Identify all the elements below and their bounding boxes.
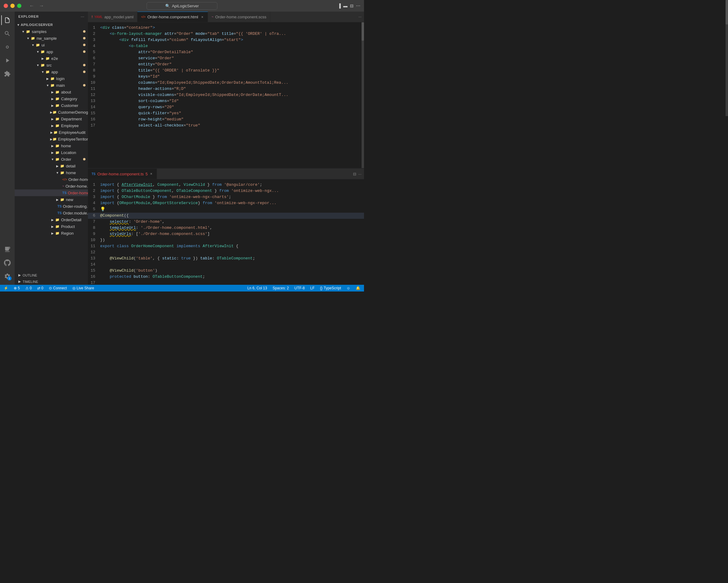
tree-app[interactable]: ▼ 📁 app — [15, 48, 88, 55]
tree-samples[interactable]: ▼ 📁 samples — [15, 28, 88, 35]
tree-region[interactable]: ▶ 📁 Region — [15, 230, 88, 236]
tree-orderdetail[interactable]: ▶ 📁 OrderDetail — [15, 216, 88, 223]
tree-ui[interactable]: ▼ 📁 ui — [15, 42, 88, 48]
more-tabs-button[interactable]: ··· — [356, 11, 364, 22]
code-content: <div fxFill fxLayout="column" fxLayoutAl… — [100, 37, 358, 43]
ts-code-editor[interactable]: 1 import { AfterViewInit, Component, Vie… — [88, 179, 364, 285]
tab-app-model[interactable]: ! YAML app_model.yaml — [88, 11, 137, 22]
folder-icon: 📁 — [53, 136, 57, 142]
tree-product[interactable]: ▶ 📁 Product — [15, 223, 88, 230]
more-actions-icon[interactable]: ⋯ — [356, 3, 360, 8]
eol-indicator[interactable]: LF — [309, 285, 316, 292]
split-editor-button[interactable]: ⊟ — [353, 172, 356, 176]
tree-label: main — [56, 83, 65, 88]
scrollbar-thumb[interactable] — [362, 22, 364, 41]
tree-department[interactable]: ▶ 📁 Department — [15, 116, 88, 122]
tree-label: nw_sample — [37, 36, 57, 41]
tree-label: Region — [61, 231, 74, 235]
code-content: query-rows="20" — [100, 104, 358, 110]
folder-icon: 📁 — [40, 49, 45, 54]
title-search[interactable]: 🔍 ApiLogicServer — [147, 2, 217, 10]
timeline-section[interactable]: ▶ TIMELINE — [15, 278, 88, 285]
tree-order-detail[interactable]: ▶ 📁 detail — [15, 162, 88, 169]
eol-text: LF — [310, 286, 314, 290]
braces-icon: {} — [320, 286, 322, 290]
tree-main[interactable]: ▼ 📁 main — [15, 82, 88, 88]
activity-extensions[interactable] — [1, 68, 14, 80]
window-title: ApiLogicServer — [172, 4, 199, 8]
tree-order-home-html[interactable]: ▶ </> Order-home.component.ht... — [15, 176, 88, 183]
tree-employeeaudit[interactable]: ▶ 📁 EmployeeAudit — [15, 129, 88, 136]
tree-order-home[interactable]: ▼ 📁 home — [15, 169, 88, 176]
code-line: 5 attr="OrderDetailTable" — [88, 49, 364, 55]
close-button[interactable] — [4, 4, 8, 8]
connect-button[interactable]: ⊙ Connect — [48, 285, 68, 292]
tree-login[interactable]: ▶ 📁 login — [15, 75, 88, 82]
tree-employee[interactable]: ▶ 📁 Employee — [15, 122, 88, 129]
activity-search[interactable] — [1, 27, 14, 40]
spaces-indicator[interactable]: Spaces: 2 — [271, 285, 290, 292]
editor-layout-icon[interactable]: ⊟ — [350, 3, 354, 8]
panel-toggle-icon[interactable]: ▬ — [343, 3, 347, 8]
more-options-button[interactable]: ··· — [81, 14, 84, 19]
activity-source-control[interactable] — [1, 41, 14, 53]
tree-order-home-scss[interactable]: ▶ ~ Order-home.component.sc... — [15, 183, 88, 189]
errors-indicator[interactable]: ⊗ 5 — [12, 285, 21, 292]
line-number: 16 — [88, 117, 100, 123]
status-bar: ⚡ ⊗ 5 ⚠ 0 ⇄ 0 ⊙ Connect ◎ Live Share Ln … — [0, 285, 364, 292]
activity-github[interactable] — [1, 257, 14, 269]
language-mode-indicator[interactable]: {} TypeScript — [319, 285, 342, 292]
activity-remote[interactable] — [1, 243, 14, 255]
tree-label: login — [56, 76, 64, 81]
tree-location[interactable]: ▶ 📁 Location — [15, 149, 88, 156]
forward-button[interactable]: → — [37, 2, 46, 9]
live-share-button[interactable]: ◎ Live Share — [71, 285, 95, 292]
close-bottom-tab-button[interactable]: × — [150, 172, 153, 176]
tree-src[interactable]: ▼ 📁 src — [15, 62, 88, 69]
tree-order-routing[interactable]: ▶ TS Order-routing.module.ts — [15, 203, 88, 210]
activity-settings[interactable]: 1 — [1, 270, 14, 282]
tree-customer[interactable]: ▶ 📁 Customer — [15, 102, 88, 109]
expand-arrow: ▶ — [50, 143, 55, 148]
tree-src-app[interactable]: ▼ 📁 app — [15, 69, 88, 75]
tab-label: Order-home.component.html — [148, 15, 198, 19]
tree-employeeterritory[interactable]: ▶ 📁 EmployeeTerritory — [15, 136, 88, 143]
html-code-editor[interactable]: 1 <div class="container"> 2 <o-form-layo… — [88, 22, 364, 131]
tree-order-home-ts[interactable]: ▶ TS Order-home.compone... 5 — [15, 189, 88, 196]
outline-section[interactable]: ▶ OUTLINE — [15, 272, 88, 278]
tree-label: Order — [61, 157, 71, 162]
tab-order-home-html[interactable]: </> Order-home.component.html × — [137, 11, 208, 22]
tree-order[interactable]: ▼ 📁 Order — [15, 156, 88, 162]
line-col-indicator[interactable]: Ln 6, Col 13 — [246, 285, 268, 292]
activity-explorer[interactable] — [1, 14, 14, 26]
tree-root-apilogicserver[interactable]: ▼ APILOGICSERVER — [15, 21, 88, 28]
remote-indicator[interactable]: ⚡ — [2, 285, 9, 292]
maximize-button[interactable] — [17, 4, 21, 8]
sidebar-toggle-icon[interactable]: ▐ — [338, 3, 341, 8]
tree-e2e[interactable]: ▶ 📁 e2e — [15, 55, 88, 62]
tab-order-home-ts[interactable]: TS Order-home.component.ts 5 × — [88, 169, 157, 179]
code-content — [100, 261, 358, 268]
more-actions-button[interactable]: ··· — [358, 172, 362, 176]
tree-home-folder[interactable]: ▶ 📁 home — [15, 143, 88, 149]
tree-order-new[interactable]: ▶ 📁 new — [15, 196, 88, 203]
notifications-button[interactable]: 🔔 — [355, 285, 362, 292]
tree-nw-sample[interactable]: ▼ 📁 nw_sample — [15, 35, 88, 42]
encoding-indicator[interactable]: UTF-8 — [293, 285, 306, 292]
minimize-button[interactable] — [10, 4, 15, 8]
sync-indicator[interactable]: ⇄ 0 — [36, 285, 45, 292]
back-button[interactable]: ← — [27, 2, 36, 9]
tree-customerdemographic[interactable]: ▶ 📁 CustomerDemographic — [15, 109, 88, 116]
warning-count: ⚠ 0 — [25, 286, 32, 290]
feedback-button[interactable]: ☺ — [345, 285, 352, 292]
activity-run[interactable] — [1, 54, 14, 67]
close-tab-button[interactable]: × — [201, 15, 204, 19]
code-line: 11 export class OrderHomeComponent imple… — [88, 243, 364, 249]
warnings-indicator[interactable]: ⚠ 0 — [24, 285, 33, 292]
tree-order-module[interactable]: ▶ TS Order.module.ts — [15, 210, 88, 216]
tab-order-home-scss[interactable]: ~ Order-home.component.scss — [208, 11, 270, 22]
tree-category[interactable]: ▶ 📁 Category — [15, 95, 88, 102]
tree-about[interactable]: ▶ 📁 about — [15, 88, 88, 95]
source-control-icon — [4, 44, 11, 50]
code-line: 12 — [88, 249, 364, 255]
